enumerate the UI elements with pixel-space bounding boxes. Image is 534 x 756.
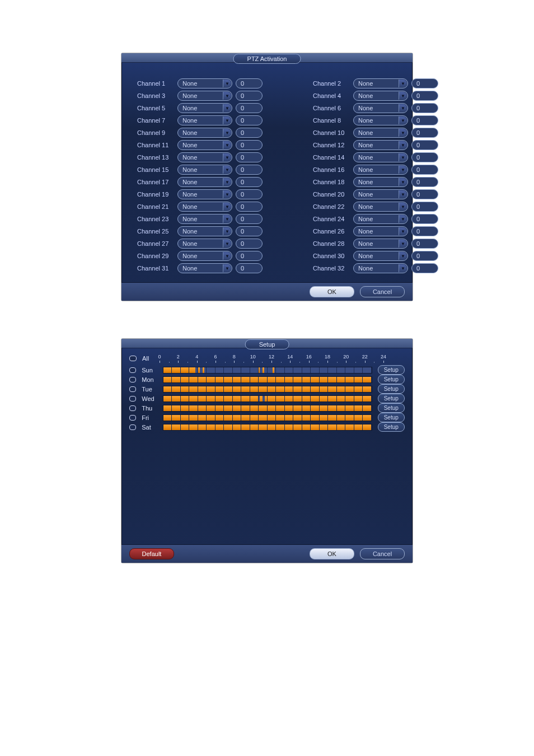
preset-input[interactable]: 0	[236, 239, 263, 249]
hour-ruler: 024681012141618202224	[160, 355, 383, 363]
preset-input[interactable]: 0	[236, 140, 263, 150]
preset-input[interactable]: 0	[411, 140, 438, 150]
schedule-bar[interactable]	[163, 405, 372, 412]
cancel-button[interactable]: Cancel	[360, 548, 405, 559]
preset-input[interactable]: 0	[411, 263, 438, 273]
action-select[interactable]: None▼	[353, 214, 408, 224]
preset-input[interactable]: 0	[236, 103, 263, 113]
select-value: None	[358, 80, 373, 87]
action-select[interactable]: None▼	[177, 263, 232, 273]
preset-input[interactable]: 0	[236, 91, 263, 101]
action-select[interactable]: None▼	[353, 165, 408, 175]
preset-input[interactable]: 0	[411, 103, 438, 113]
action-select[interactable]: None▼	[353, 152, 408, 162]
schedule-bar[interactable]	[163, 395, 372, 402]
preset-input[interactable]: 0	[411, 115, 438, 125]
action-select[interactable]: None▼	[177, 103, 232, 113]
setup-button[interactable]: Setup	[378, 422, 405, 432]
action-select[interactable]: None▼	[353, 78, 408, 88]
preset-input[interactable]: 0	[236, 214, 263, 224]
schedule-bar[interactable]	[163, 376, 372, 383]
action-select[interactable]: None▼	[177, 152, 232, 162]
day-radio[interactable]	[129, 415, 136, 421]
preset-input[interactable]: 0	[411, 78, 438, 88]
channel-label: Channel 7	[137, 117, 174, 124]
day-radio[interactable]	[129, 424, 136, 430]
select-value: None	[182, 142, 197, 148]
preset-input[interactable]: 0	[236, 165, 263, 175]
setup-button[interactable]: Setup	[378, 384, 405, 394]
schedule-bar[interactable]	[163, 386, 372, 393]
day-radio[interactable]	[129, 396, 136, 402]
preset-input[interactable]: 0	[236, 263, 263, 273]
default-button[interactable]: Default	[129, 548, 174, 559]
action-select[interactable]: None▼	[177, 91, 232, 101]
preset-input[interactable]: 0	[236, 152, 263, 162]
action-select[interactable]: None▼	[177, 140, 232, 150]
action-select[interactable]: None▼	[177, 115, 232, 125]
chevron-down-icon: ▼	[223, 215, 231, 223]
action-select[interactable]: None▼	[177, 165, 232, 175]
action-select[interactable]: None▼	[353, 239, 408, 249]
preset-input[interactable]: 0	[411, 239, 438, 249]
preset-input[interactable]: 0	[411, 226, 438, 236]
all-radio[interactable]	[129, 356, 137, 361]
chevron-down-icon: ▼	[399, 240, 407, 248]
action-select[interactable]: None▼	[177, 251, 232, 261]
cancel-button[interactable]: Cancel	[360, 286, 405, 297]
setup-button[interactable]: Setup	[378, 394, 405, 403]
action-select[interactable]: None▼	[177, 177, 232, 187]
action-select[interactable]: None▼	[353, 263, 408, 273]
preset-input[interactable]: 0	[411, 152, 438, 162]
preset-input[interactable]: 0	[411, 202, 438, 212]
preset-input[interactable]: 0	[236, 128, 263, 138]
action-select[interactable]: None▼	[353, 128, 408, 138]
preset-input[interactable]: 0	[236, 78, 263, 88]
preset-input[interactable]: 0	[236, 177, 263, 187]
setup-button[interactable]: Setup	[378, 365, 405, 375]
preset-input[interactable]: 0	[411, 91, 438, 101]
preset-input[interactable]: 0	[236, 251, 263, 261]
preset-input[interactable]: 0	[411, 177, 438, 187]
day-radio[interactable]	[129, 386, 136, 392]
schedule-bar[interactable]	[163, 424, 372, 431]
day-radio[interactable]	[129, 377, 136, 382]
setup-button[interactable]: Setup	[378, 375, 405, 384]
setup-button[interactable]: Setup	[378, 413, 405, 422]
action-select[interactable]: None▼	[353, 140, 408, 150]
action-select[interactable]: None▼	[177, 239, 232, 249]
action-select[interactable]: None▼	[177, 214, 232, 224]
action-select[interactable]: None▼	[353, 251, 408, 261]
action-select[interactable]: None▼	[177, 189, 232, 199]
chevron-down-icon: ▼	[399, 92, 407, 100]
preset-input[interactable]: 0	[411, 214, 438, 224]
schedule-bar[interactable]	[163, 367, 372, 374]
hour-label: 12	[269, 354, 274, 360]
action-select[interactable]: None▼	[353, 202, 408, 212]
ok-button[interactable]: OK	[310, 286, 354, 297]
preset-input[interactable]: 0	[411, 128, 438, 138]
preset-input[interactable]: 0	[236, 189, 263, 199]
action-select[interactable]: None▼	[353, 189, 408, 199]
preset-input[interactable]: 0	[236, 115, 263, 125]
action-select[interactable]: None▼	[353, 103, 408, 113]
day-radio[interactable]	[129, 405, 136, 411]
preset-input[interactable]: 0	[236, 226, 263, 236]
schedule-bar[interactable]	[163, 414, 372, 421]
action-select[interactable]: None▼	[177, 226, 232, 236]
preset-input[interactable]: 0	[411, 165, 438, 175]
action-select[interactable]: None▼	[177, 128, 232, 138]
preset-input[interactable]: 0	[411, 251, 438, 261]
ok-button[interactable]: OK	[310, 548, 354, 559]
action-select[interactable]: None▼	[353, 177, 408, 187]
setup-button[interactable]: Setup	[378, 403, 405, 413]
preset-input[interactable]: 0	[411, 189, 438, 199]
action-select[interactable]: None▼	[353, 91, 408, 101]
day-radio[interactable]	[129, 367, 136, 373]
preset-input[interactable]: 0	[236, 202, 263, 212]
action-select[interactable]: None▼	[177, 78, 232, 88]
hour-label: 2	[177, 354, 180, 360]
action-select[interactable]: None▼	[353, 115, 408, 125]
action-select[interactable]: None▼	[353, 226, 408, 236]
action-select[interactable]: None▼	[177, 202, 232, 212]
